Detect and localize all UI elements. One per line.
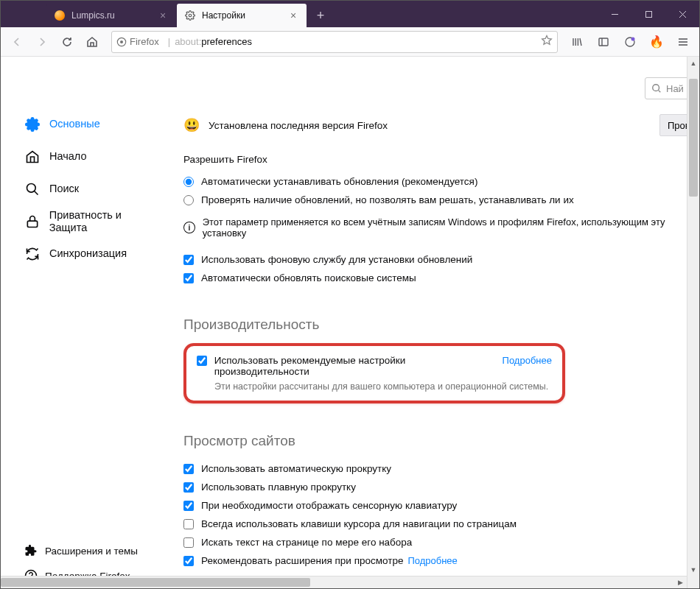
identity-label: Firefox (130, 36, 159, 47)
checkbox-touchkb[interactable] (183, 501, 194, 511)
scroll-right-arrow[interactable]: ▶ (674, 576, 687, 588)
radio-manual-update[interactable] (183, 195, 194, 205)
lock-icon (24, 214, 41, 230)
horizontal-scrollbar[interactable]: ▶ (1, 576, 687, 588)
tab-lumpics[interactable]: Lumpics.ru × (46, 4, 176, 27)
svg-rect-11 (599, 38, 608, 46)
svg-point-6 (120, 40, 123, 43)
svg-point-24 (653, 85, 659, 91)
puzzle-icon (24, 544, 38, 557)
tab-label: Lumpics.ru (71, 10, 157, 21)
favicon-lumpics (54, 10, 66, 21)
sidebar-item-label: Начало (49, 150, 87, 163)
scroll-down-arrow[interactable]: ▼ (687, 563, 699, 576)
extension-icon[interactable] (618, 30, 642, 54)
checkbox-caret[interactable] (183, 519, 194, 529)
sidebar-item-label: Синхронизация (49, 247, 127, 260)
search-placeholder: Най (666, 83, 684, 94)
checkbox-smooth-label: Использовать плавную прокрутку (201, 482, 356, 493)
gear-icon (184, 10, 196, 21)
reload-button[interactable] (55, 30, 79, 54)
address-page: preferences (201, 36, 252, 47)
learn-more-link[interactable]: Подробнее (407, 555, 457, 566)
performance-desc: Эти настройки рассчитаны для вашего комп… (214, 381, 552, 392)
svg-point-19 (27, 184, 36, 193)
minimize-button[interactable] (598, 1, 631, 27)
url-bar[interactable]: Firefox | about:preferences (111, 31, 558, 53)
firefox-icon (116, 37, 127, 47)
content: Основные Начало Поиск Приватность и Защи… (1, 57, 699, 588)
sidebar-item-label: Поиск (49, 183, 79, 195)
tab-strip: Lumpics.ru × Настройки × + (46, 1, 331, 27)
sidebar-item-search[interactable]: Поиск (15, 173, 170, 205)
identity-separator: | (168, 36, 170, 47)
tab-settings[interactable]: Настройки × (177, 4, 307, 27)
sidebar-icon[interactable] (592, 30, 615, 54)
close-icon[interactable]: × (287, 10, 299, 21)
maximize-button[interactable] (631, 1, 665, 27)
svg-line-10 (580, 38, 581, 46)
back-button[interactable] (5, 30, 29, 54)
library-icon[interactable] (565, 30, 589, 54)
svg-point-0 (189, 14, 192, 17)
checkbox-bg-service[interactable] (183, 255, 194, 265)
checkbox-recommend-ext[interactable] (183, 556, 194, 566)
checkbox-recommend-ext-label: Рекомендовать расширения при просмотре (201, 555, 403, 566)
checkbox-touchkb-label: При необходимости отображать сенсорную к… (201, 500, 457, 511)
radio-manual-label: Проверять наличие обновлений, но позволя… (201, 194, 574, 205)
sidebar-item-label: Приватность и Защита (49, 209, 161, 235)
svg-line-25 (659, 91, 661, 93)
home-button[interactable] (80, 30, 104, 54)
learn-more-link[interactable]: Подробнее (503, 355, 552, 366)
sync-icon (24, 246, 41, 262)
search-icon (651, 83, 662, 94)
checkbox-recommended-perf[interactable] (197, 356, 207, 366)
sidebar-item-general[interactable]: Основные (15, 108, 170, 141)
address-scheme: about: (175, 36, 201, 47)
checkbox-searchtype-label: Искать текст на странице по мере его наб… (201, 537, 412, 548)
tab-label: Настройки (202, 10, 287, 21)
sidebar: Основные Начало Поиск Приватность и Защи… (1, 57, 170, 588)
close-button[interactable] (665, 1, 699, 27)
svg-point-14 (631, 37, 635, 40)
footer-label: Расширения и темы (45, 546, 138, 557)
sidebar-item-sync[interactable]: Синхронизация (15, 238, 170, 270)
checkbox-bg-label: Использовать фоновую службу для установк… (201, 254, 472, 265)
identity-block[interactable]: Firefox (116, 36, 159, 47)
main-content: Най 😃 Установлена последняя версия Firef… (170, 57, 699, 588)
toolbar: Firefox | about:preferences 🔥 (1, 27, 699, 57)
scrollbar-thumb[interactable] (689, 79, 698, 197)
update-info-text: Этот параметр применяется ко всем учётны… (203, 216, 698, 239)
radio-auto-label: Автоматически устанавливать обновления (… (201, 176, 477, 187)
radio-auto-update[interactable] (183, 177, 194, 187)
checkbox-smooth[interactable] (183, 482, 194, 493)
section-browsing-title: Просмотр сайтов (183, 433, 698, 449)
menu-button[interactable] (671, 30, 695, 54)
sidebar-item-home[interactable]: Начало (15, 141, 170, 173)
flame-icon[interactable]: 🔥 (645, 30, 668, 54)
sidebar-item-privacy[interactable]: Приватность и Защита (15, 205, 170, 238)
gear-icon (24, 116, 41, 133)
checkbox-autoscroll[interactable] (183, 464, 194, 474)
scrollbar-thumb[interactable] (1, 578, 310, 587)
checkbox-engines-label: Автоматически обновлять поисковые систем… (201, 272, 416, 283)
svg-line-20 (35, 191, 38, 195)
vertical-scrollbar[interactable]: ▲ ▼ (687, 57, 699, 588)
section-performance-title: Производительность (183, 317, 698, 333)
svg-rect-21 (27, 221, 37, 227)
titlebar-drag[interactable] (1, 1, 46, 27)
scroll-up-arrow[interactable]: ▲ (687, 57, 699, 69)
close-icon[interactable]: × (157, 10, 169, 21)
checkbox-recommended-label: Использовать рекомендуемые настройки про… (214, 355, 498, 377)
performance-highlight-box: Использовать рекомендуемые настройки про… (183, 343, 565, 403)
bookmark-star-icon[interactable] (541, 35, 553, 49)
sidebar-footer-extensions[interactable]: Расширения и темы (15, 538, 170, 563)
svg-rect-2 (645, 11, 651, 17)
new-tab-button[interactable]: + (310, 5, 331, 26)
forward-button[interactable] (30, 30, 54, 54)
home-icon (24, 149, 41, 165)
allow-firefox-label: Разрешить Firefox (183, 154, 698, 165)
sidebar-item-label: Основные (49, 118, 100, 130)
checkbox-searchtype[interactable] (183, 537, 194, 548)
checkbox-engines[interactable] (183, 273, 194, 283)
